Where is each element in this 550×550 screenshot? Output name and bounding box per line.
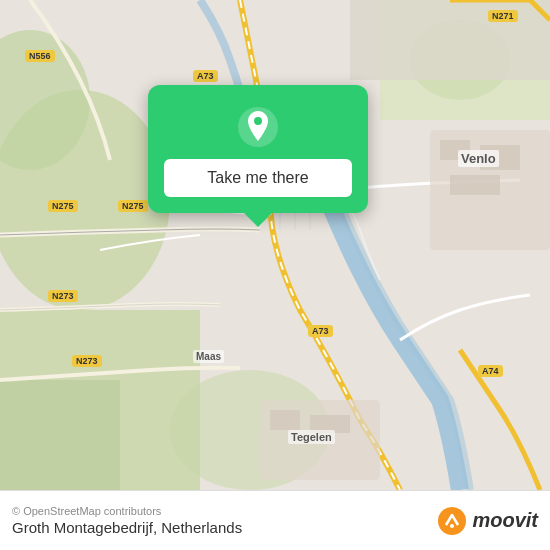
road-label-a73-bot: A73 (308, 325, 333, 337)
svg-rect-8 (350, 0, 550, 80)
map-popup: Take me there (148, 85, 368, 213)
label-maas: Maas (193, 350, 224, 363)
road-label-a74: A74 (478, 365, 503, 377)
svg-point-22 (438, 507, 466, 535)
label-venlo: Venlo (458, 150, 499, 167)
svg-rect-14 (270, 410, 300, 430)
footer: © OpenStreetMap contributors Groth Monta… (0, 490, 550, 550)
footer-left: © OpenStreetMap contributors Groth Monta… (12, 505, 242, 536)
road-label-n275-1: N275 (48, 200, 78, 212)
svg-rect-12 (450, 175, 500, 195)
road-label-n271: N271 (488, 10, 518, 22)
svg-rect-6 (0, 380, 120, 490)
take-me-there-button[interactable]: Take me there (164, 159, 352, 197)
location-title: Groth Montagebedrijf, Netherlands (12, 519, 242, 536)
road-label-n275-2: N275 (118, 200, 148, 212)
moovit-logo: moovit (436, 505, 538, 537)
copyright-text: © OpenStreetMap contributors (12, 505, 242, 517)
svg-point-21 (254, 117, 262, 125)
svg-point-23 (450, 524, 454, 528)
road-label-n556: N556 (25, 50, 55, 62)
road-label-a73-top: A73 (193, 70, 218, 82)
road-label-n273-2: N273 (72, 355, 102, 367)
moovit-icon (436, 505, 468, 537)
moovit-text: moovit (472, 509, 538, 532)
map-container: N271 N556 A73 A73 A73 N275 N275 N273 N27… (0, 0, 550, 490)
location-pin-icon (236, 105, 280, 149)
road-label-n273-1: N273 (48, 290, 78, 302)
label-tegelen: Tegelen (288, 430, 335, 444)
